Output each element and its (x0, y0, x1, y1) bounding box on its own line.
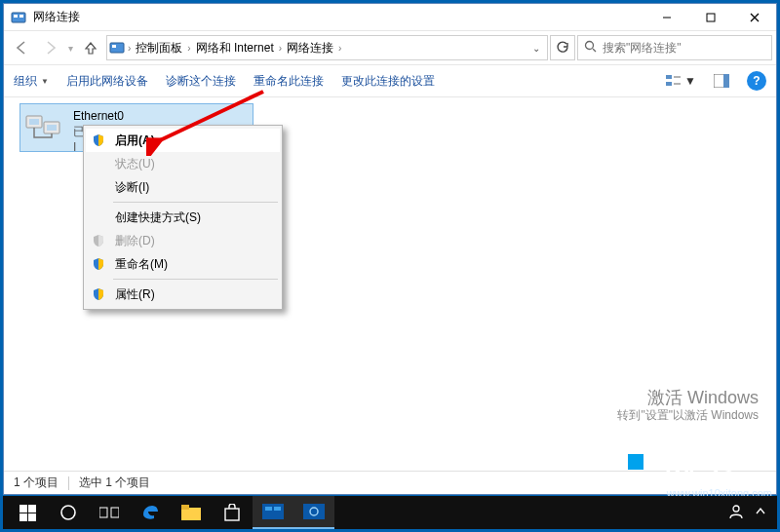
preview-pane-button[interactable] (714, 74, 729, 88)
shield-icon (92, 257, 105, 271)
item-count: 1 个项目 (14, 475, 58, 491)
svg-rect-35 (225, 509, 239, 520)
svg-rect-12 (666, 82, 672, 86)
selected-count: 选中 1 个项目 (79, 475, 150, 491)
menu-separator (113, 202, 278, 203)
location-icon (109, 40, 125, 56)
menu-rename[interactable]: 重命名(M) (86, 252, 280, 276)
shield-icon (92, 234, 105, 247)
svg-point-41 (733, 506, 739, 512)
menu-separator (113, 279, 278, 280)
svg-point-30 (61, 506, 75, 519)
context-menu: 启用(A) 状态(U) 诊断(I) 创建快捷方式(S) 删除(D) 重命名(M)… (83, 125, 283, 310)
svg-line-10 (593, 49, 596, 52)
enable-device-button[interactable]: 启用此网络设备 (66, 73, 148, 90)
menu-enable[interactable]: 启用(A) (86, 129, 280, 152)
brand-watermark: Win10 之家 www.win10xitong.com (628, 454, 772, 493)
svg-rect-39 (303, 504, 325, 519)
command-toolbar: 组织▼ 启用此网络设备 诊断这个连接 重命名此连接 更改此连接的设置 ▼ ? (4, 64, 776, 97)
breadcrumb-item[interactable]: 控制面板 (132, 40, 186, 57)
edge-button[interactable] (130, 496, 171, 529)
search-icon (584, 40, 597, 56)
svg-point-9 (586, 42, 594, 50)
app-icon (10, 9, 27, 26)
organize-button[interactable]: 组织▼ (14, 73, 49, 90)
control-panel-taskbar-button[interactable] (253, 496, 293, 529)
settings-taskbar-button[interactable] (293, 496, 334, 529)
shield-icon (92, 133, 105, 147)
svg-rect-26 (20, 505, 27, 513)
svg-rect-24 (628, 472, 644, 487)
tray-up-icon[interactable] (756, 506, 765, 519)
taskbar (3, 496, 777, 529)
system-tray[interactable] (728, 504, 773, 522)
menu-delete: 删除(D) (86, 229, 280, 252)
svg-rect-36 (262, 504, 284, 519)
svg-rect-28 (20, 513, 27, 521)
watermark-title: 激活 Windows (617, 389, 759, 406)
svg-rect-22 (628, 454, 644, 470)
svg-rect-23 (645, 454, 661, 470)
tray-people-icon[interactable] (728, 504, 744, 522)
watermark-subtitle: 转到"设置"以激活 Windows (617, 406, 759, 424)
svg-rect-2 (20, 15, 23, 18)
svg-rect-11 (666, 75, 672, 79)
store-button[interactable] (212, 496, 253, 529)
activation-watermark: 激活 Windows 转到"设置"以激活 Windows (617, 389, 759, 424)
change-settings-button[interactable]: 更改此连接的设置 (341, 73, 435, 90)
forward-button[interactable] (37, 35, 64, 60)
adapter-name: Ethernet0 (73, 108, 124, 124)
recent-dropdown-icon[interactable]: ▾ (68, 43, 73, 54)
svg-rect-1 (14, 15, 18, 18)
start-button[interactable] (7, 496, 48, 529)
titlebar: 网络连接 (4, 4, 776, 31)
svg-rect-29 (28, 513, 36, 521)
file-explorer-button[interactable] (171, 496, 212, 529)
menu-create-shortcut[interactable]: 创建快捷方式(S) (86, 206, 280, 229)
rename-button[interactable]: 重命名此连接 (254, 73, 324, 90)
divider (68, 476, 69, 490)
svg-rect-25 (645, 472, 661, 487)
window-title: 网络连接 (33, 9, 644, 25)
svg-rect-34 (181, 505, 189, 510)
svg-rect-4 (707, 14, 715, 21)
address-dropdown-icon[interactable]: ⌄ (527, 43, 545, 54)
adapter-icon (24, 108, 65, 147)
svg-rect-16 (723, 74, 729, 88)
minimize-button[interactable] (644, 4, 688, 30)
menu-properties[interactable]: 属性(R) (86, 283, 280, 306)
window-controls (644, 4, 776, 30)
menu-status: 状态(U) (86, 152, 280, 175)
breadcrumb-item[interactable]: 网络和 Internet (192, 40, 278, 57)
svg-rect-19 (29, 119, 39, 125)
maximize-button[interactable] (688, 4, 732, 30)
chevron-down-icon: ▼ (41, 77, 49, 86)
breadcrumb-item[interactable]: 网络连接 (283, 40, 337, 57)
svg-rect-32 (111, 508, 119, 517)
task-view-button[interactable] (89, 496, 130, 529)
diagnose-button[interactable]: 诊断这个连接 (166, 73, 236, 90)
chevron-right-icon[interactable]: › (337, 43, 342, 54)
svg-rect-31 (99, 508, 107, 517)
svg-rect-38 (274, 507, 281, 511)
breadcrumb-bar[interactable]: › 控制面板 › 网络和 Internet › 网络连接 › ⌄ (106, 35, 548, 60)
help-button[interactable]: ? (747, 71, 766, 91)
svg-rect-27 (28, 505, 36, 513)
cortana-button[interactable] (48, 496, 89, 529)
view-options-button[interactable]: ▼ (666, 74, 696, 88)
address-bar-row: ▾ › 控制面板 › 网络和 Internet › 网络连接 › ⌄ 搜索"网络… (4, 31, 776, 64)
search-input[interactable]: 搜索"网络连接" (577, 35, 772, 60)
svg-rect-37 (265, 507, 272, 511)
svg-rect-20 (47, 125, 57, 131)
chevron-down-icon: ▼ (684, 74, 696, 88)
refresh-button[interactable] (550, 35, 575, 60)
up-button[interactable] (77, 35, 104, 60)
back-button[interactable] (8, 35, 35, 60)
svg-rect-8 (112, 45, 116, 48)
search-placeholder: 搜索"网络连接" (603, 40, 682, 57)
menu-diagnose[interactable]: 诊断(I) (86, 175, 280, 199)
win10-logo-icon (628, 454, 661, 487)
shield-icon (92, 287, 105, 301)
close-button[interactable] (732, 4, 776, 30)
